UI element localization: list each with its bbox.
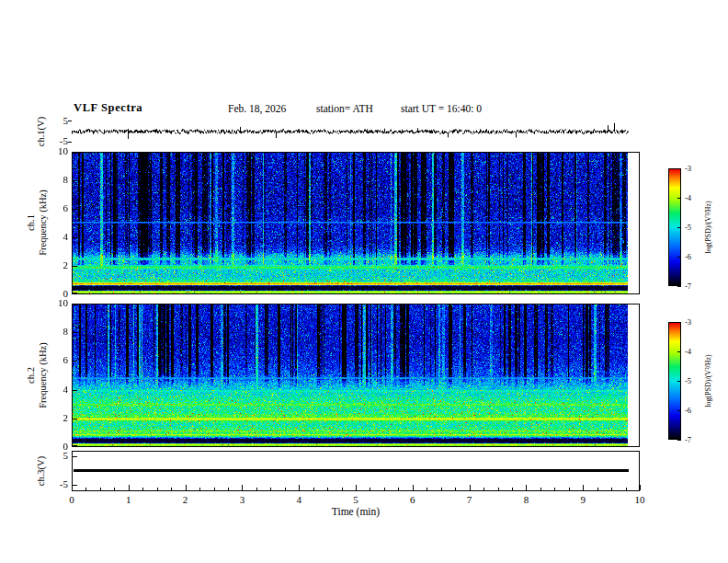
x-minor-tick-mark	[199, 488, 200, 490]
x-tick-label: 5	[345, 494, 367, 506]
x-minor-tick-mark	[441, 488, 442, 490]
spec1-ytick-mark	[73, 266, 77, 267]
colorbar-2-tick-label: -4	[685, 347, 703, 356]
x-minor-tick-mark	[540, 488, 541, 490]
spec2-channel-label: ch.2	[26, 367, 36, 384]
x-tick-mark	[640, 485, 641, 490]
x-minor-tick-mark	[554, 488, 555, 490]
x-tick-label: 8	[515, 494, 537, 506]
x-tick-mark	[242, 485, 243, 490]
colorbar-1-tick-mark	[677, 257, 681, 258]
x-minor-tick-mark	[285, 488, 286, 490]
x-axis-label: Time (min)	[319, 506, 392, 517]
x-minor-tick-mark	[327, 488, 328, 490]
spec2-ytick-mark	[73, 332, 77, 333]
station-label: station= ATH	[316, 103, 373, 114]
colorbar-2-tick-label: -6	[685, 406, 703, 415]
ch2-spectrogram-canvas	[73, 304, 639, 446]
spec2-ytick-mark	[73, 304, 77, 305]
colorbar-2-tick-label: -3	[685, 317, 703, 327]
spec2-axis-label: Frequency (kHz)	[38, 342, 48, 408]
colorbar-1-tick-label: -3	[685, 164, 703, 173]
x-minor-tick-mark	[597, 488, 598, 490]
x-minor-tick-mark	[498, 488, 499, 490]
colorbar-2-tick-mark	[677, 381, 681, 382]
colorbar-1-tick-mark	[677, 286, 681, 287]
x-minor-tick-mark	[455, 488, 456, 490]
spec1-ytick-mark	[73, 293, 77, 293]
x-minor-tick-mark	[228, 488, 229, 490]
x-tick-mark	[129, 485, 130, 490]
colorbar-2-label: log(PSD)/(V²/Hz)	[704, 354, 712, 408]
ch3-wave-ylabel: ch.3(V)	[36, 456, 46, 486]
figure-title: VLF Spectra	[74, 101, 142, 115]
spec1-frame	[72, 152, 640, 294]
ch3-ytick-mark-bottom	[73, 485, 77, 486]
x-tick-label: 2	[175, 494, 197, 506]
ch1-spectrogram-canvas	[73, 153, 639, 293]
x-tick-label: 9	[572, 494, 594, 506]
spec1-channel-label: ch.1	[26, 214, 36, 231]
spec2-ytick-mark	[73, 419, 77, 419]
x-tick-label: 0	[61, 494, 83, 506]
spec2-ytick-label: 6	[46, 354, 68, 366]
ch1-wave-ytick-mark-top	[68, 121, 72, 121]
spec2-ytick-mark	[73, 361, 77, 362]
colorbar-1-label: log(PSD)/(V²/Hz)	[704, 201, 712, 254]
x-minor-tick-mark	[483, 488, 484, 490]
spec2-ytick-label: 10	[46, 297, 68, 309]
x-tick-mark	[583, 485, 584, 490]
x-minor-tick-mark	[114, 488, 115, 490]
colorbar-1-tick-label: -4	[685, 193, 703, 202]
spec2-ytick-mark	[73, 390, 77, 391]
colorbar-1-tick-label: -6	[685, 252, 703, 261]
spec1-ytick-mark	[73, 237, 77, 238]
x-tick-label: 10	[629, 494, 651, 506]
vlf-spectra-figure: VLF Spectra Feb. 18, 2026 station= ATH s…	[0, 0, 728, 563]
colorbar-2-tick-mark	[677, 322, 681, 323]
x-minor-tick-mark	[85, 488, 86, 490]
spec2-ytick-label: 8	[46, 326, 68, 338]
colorbar-1-tick-mark	[677, 168, 681, 169]
spec2-ytick-label: 0	[46, 441, 68, 453]
x-tick-label: 1	[118, 494, 140, 506]
x-tick-mark	[186, 485, 187, 490]
x-minor-tick-mark	[157, 488, 158, 490]
spec1-axis-label: Frequency (kHz)	[38, 190, 48, 255]
spec1-ytick-label: 8	[46, 174, 68, 186]
colorbar-2-tick-mark	[677, 351, 681, 352]
x-minor-tick-mark	[171, 488, 172, 490]
ch1-wave-ytick-mark-bottom	[68, 142, 72, 143]
spec2-frame	[72, 304, 640, 447]
colorbar-1-tick-label: -7	[685, 282, 703, 291]
ch3-wave-ytick-min: -5	[46, 478, 68, 490]
x-tick-label: 7	[459, 494, 481, 506]
x-tick-mark	[526, 485, 527, 490]
colorbar-1-tick-label: -5	[685, 223, 703, 232]
x-minor-tick-mark	[142, 488, 143, 490]
spec1-ytick-mark	[73, 153, 77, 154]
x-tick-label: 6	[402, 494, 424, 506]
x-minor-tick-mark	[256, 488, 257, 490]
ch1-waveform-canvas	[72, 117, 640, 146]
spec1-ytick-label: 2	[46, 259, 68, 271]
x-minor-tick-mark	[270, 488, 271, 490]
x-tick-mark	[470, 485, 471, 490]
x-tick-mark	[299, 485, 300, 490]
x-minor-tick-mark	[313, 488, 314, 490]
ch3-ytick-mark-top	[73, 456, 77, 457]
spec1-ytick-label: 4	[46, 231, 68, 243]
colorbar-2-tick-label: -7	[685, 435, 703, 444]
ch1-wave-ylabel: ch.1(V)	[36, 117, 46, 146]
x-minor-tick-mark	[398, 488, 399, 490]
spec2-ytick-mark	[73, 445, 77, 446]
date-label: Feb. 18, 2026	[228, 103, 286, 114]
x-minor-tick-mark	[427, 488, 427, 490]
spec2-ytick-label: 2	[46, 412, 68, 424]
start-ut-label: start UT = 16:40: 0	[401, 103, 482, 114]
colorbar-2-tick-label: -5	[685, 376, 703, 385]
colorbar-2-tick-mark	[677, 440, 681, 441]
colorbar-1-tick-mark	[677, 227, 681, 228]
spec1-ytick-label: 6	[46, 202, 68, 214]
x-minor-tick-mark	[512, 488, 513, 490]
